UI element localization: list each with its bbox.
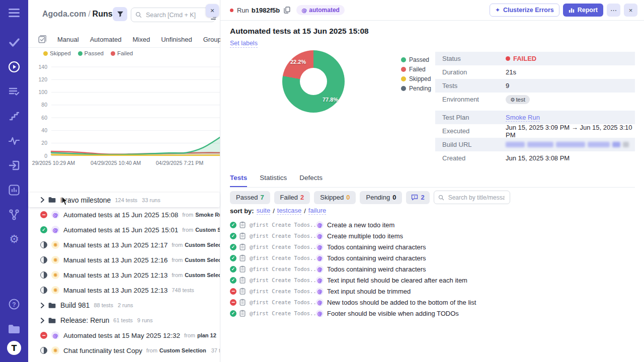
project-name[interactable]: Agoda.com — [42, 10, 86, 18]
legend-item[interactable]: Skipped — [401, 75, 431, 82]
comments-filter-button[interactable]: 2 — [406, 191, 429, 204]
select-all-icon[interactable] — [38, 35, 46, 43]
status-filter-button[interactable]: Skipped0 — [314, 191, 356, 204]
run-type-icon — [51, 226, 59, 234]
automated-badge[interactable]: @automated — [296, 5, 345, 15]
chevron-right-icon[interactable] — [40, 197, 45, 203]
test-list-item[interactable]: @first Create Todos... @ New todos shoul… — [230, 297, 635, 308]
svg-text:80: 80 — [41, 102, 47, 108]
chevron-right-icon[interactable] — [40, 303, 45, 308]
run-list-item[interactable]: Manual tests at 13 Jun 2025 12:16 from C… — [28, 252, 220, 267]
automated-at-icon: @ — [316, 299, 324, 306]
run-list-item[interactable]: Release: Rerun 61 tests 9 runs — [28, 313, 220, 328]
runs-filter-tab[interactable]: Manual — [57, 36, 79, 43]
import-icon[interactable] — [8, 159, 20, 171]
settings-gear-icon[interactable]: ⚙ — [8, 233, 20, 245]
help-icon[interactable]: ? — [8, 298, 20, 310]
svg-text:120: 120 — [38, 76, 47, 82]
steps-icon[interactable] — [8, 110, 20, 122]
run-list-item[interactable]: Manual tests at 13 Jun 2025 12:17 from C… — [28, 237, 220, 252]
legend-item[interactable]: Passed — [78, 50, 104, 56]
run-from-label: from — [184, 332, 195, 338]
sort-by-testcase-link[interactable]: testcase — [277, 207, 301, 215]
test-plans-icon[interactable] — [8, 85, 20, 98]
run-actions: ✦Clusterize Errors Report ⋯ × — [490, 4, 637, 17]
runs-search-input[interactable] — [145, 11, 211, 19]
passed-percent-label: 77.8% — [323, 97, 338, 103]
run-source: Custom Selection — [195, 227, 220, 233]
run-list-item[interactable]: Chat functinality test Copy from Custom … — [28, 343, 220, 358]
runs-filter-tab[interactable]: Unfinished — [161, 36, 192, 43]
status-filter-button[interactable]: Pending0 — [360, 191, 402, 204]
tests-check-icon[interactable] — [8, 36, 20, 48]
test-status-icon — [230, 277, 236, 284]
status-filter-button[interactable]: Passed7 — [230, 191, 270, 204]
chevron-right-icon[interactable] — [40, 318, 45, 323]
test-list-item[interactable]: @first Create Todos... @ Todos containin… — [230, 263, 635, 275]
test-list-item[interactable]: @first Create Todos... @ Create a new to… — [230, 219, 635, 230]
detail-label: Environment — [435, 96, 506, 103]
detail-tab[interactable]: Tests — [230, 174, 247, 187]
run-title: Automated tests at 15 Jun 2025 15:01 — [63, 226, 178, 234]
close-panel-button[interactable]: × — [206, 4, 219, 17]
run-type-icon — [51, 256, 59, 264]
legend-item[interactable]: Failed — [111, 50, 133, 56]
legend-item[interactable]: Pending — [401, 85, 431, 92]
status-filter-button[interactable]: Failed2 — [274, 191, 310, 204]
clusterize-errors-button[interactable]: ✦Clusterize Errors — [490, 4, 559, 17]
sort-by-failure-link[interactable]: failure — [308, 207, 326, 215]
runs-filter-tab[interactable]: Mixed — [133, 36, 150, 43]
test-status-icon — [230, 222, 236, 228]
runs-trend-chart: SkippedPassedFailed 020406080100120140/2… — [32, 49, 220, 174]
run-list-item[interactable]: Automated tests at 15 Jun 2025 15:08 fro… — [28, 207, 220, 222]
run-list-item[interactable]: Bravo milestone 124 tests 33 runs — [28, 193, 220, 207]
testomat-logo[interactable]: T — [7, 341, 21, 355]
copy-icon[interactable] — [284, 7, 290, 14]
legend-dot — [401, 57, 406, 62]
legend-item[interactable]: Failed — [401, 66, 431, 73]
legend-item[interactable]: Skipped — [43, 50, 71, 56]
results-donut-chart: 22.2% 77.8% — [282, 50, 345, 113]
runs-filter-tab[interactable]: Automated — [90, 36, 122, 43]
detail-label: Duration — [435, 68, 506, 76]
test-list-item[interactable]: @first Create Todos... @ Footer should b… — [230, 308, 635, 319]
branches-icon[interactable] — [8, 209, 20, 221]
set-labels-link[interactable]: Set labels — [230, 40, 258, 48]
runs-search — [131, 8, 215, 22]
detail-row: Created Jun 15, 2025 3:08 PM — [435, 151, 635, 165]
report-button[interactable]: Report — [563, 4, 603, 17]
analytics-icon[interactable] — [8, 184, 20, 196]
legend-item[interactable]: Passed — [401, 56, 431, 63]
test-suite-tag: @first Create Todos... — [250, 255, 316, 261]
folder-icon — [48, 197, 56, 203]
hamburger-menu-icon[interactable] — [8, 7, 20, 19]
test-title: Todos containing weird characters — [327, 265, 426, 273]
filter-button[interactable] — [113, 7, 127, 21]
run-list-item[interactable]: Build 981 88 tests 2 runs — [28, 298, 220, 313]
sort-by-suite-link[interactable]: suite — [257, 207, 270, 215]
app-window: ⚙ ? T Agoda.com/Runs × ManualAutomatedMi… — [0, 0, 644, 362]
run-meta: 748 tests — [172, 287, 194, 293]
detail-value: Smoke Run — [506, 114, 540, 122]
tests-search-input[interactable] — [447, 194, 506, 202]
close-detail-button[interactable]: × — [624, 4, 637, 17]
more-options-button[interactable]: ⋯ — [607, 4, 620, 17]
detail-tab[interactable]: Defects — [299, 174, 323, 187]
run-list-item[interactable]: Manual tests at 13 Jun 2025 12:13 from C… — [28, 267, 220, 283]
pulse-activity-icon[interactable] — [8, 135, 20, 147]
test-list-item[interactable]: @first Create Todos... @ Todos containin… — [230, 241, 635, 252]
detail-tab[interactable]: Statistics — [260, 174, 287, 187]
run-detail-header: Run b1982f5b @automated ✦Clusterize Erro… — [220, 0, 644, 21]
detail-row: Status FAILED — [435, 52, 635, 65]
detail-value: Jun 15, 2025 3:08 PM — [506, 154, 570, 162]
test-list-item[interactable]: @first Create Todos... @ Create multiple… — [230, 230, 635, 241]
test-list-item[interactable]: @first Create Todos... @ Text input fiel… — [230, 275, 635, 286]
runs-play-icon[interactable] — [8, 61, 20, 73]
sparkles-icon: ✦ — [495, 7, 500, 14]
projects-folder-icon[interactable] — [8, 323, 20, 335]
run-list-item[interactable]: Automated tests at 15 Jun 2025 15:01 fro… — [28, 222, 220, 237]
test-list-item[interactable]: @first Create Todos... @ Todos containin… — [230, 252, 635, 263]
run-list-item[interactable]: Automated tests at 15 May 2025 12:32 fro… — [28, 328, 220, 343]
test-list-item[interactable]: @first Create Todos... @ Text input shou… — [230, 286, 635, 297]
run-list-item[interactable]: Manual tests at 13 Jun 2025 12:13 748 te… — [28, 283, 220, 298]
